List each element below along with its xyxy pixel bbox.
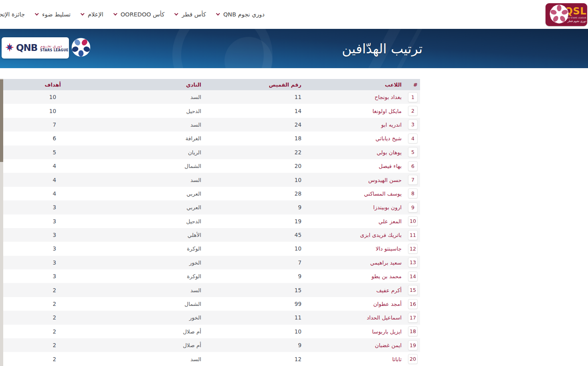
chevron-down-icon: [113, 11, 117, 15]
club-cell: العربي: [63, 187, 204, 200]
header-shirt: رقم القميص: [204, 79, 304, 90]
chevron-down-icon: [35, 11, 39, 15]
table-row: 10المعز علي19الدحيل3: [3, 214, 420, 228]
goals-cell: 3: [3, 228, 63, 242]
player-name-cell: ارون بوبيندزا: [304, 200, 404, 214]
table-header: # اللاعب رقم القميص النادي أهداف: [3, 79, 420, 90]
qnb-stars-league-logo[interactable]: QNB دوري نجــوم STARS LEAGUE: [2, 37, 69, 59]
table-row: 2مايكل اولونغا14الدحيل10: [3, 104, 420, 117]
menu-item-label: دوري نجوم QNB: [223, 11, 265, 18]
player-name-cell: تاباتا: [304, 352, 404, 366]
menu-item-label: كأس OOREDOO: [121, 11, 165, 18]
table-row: 17اسماعيل الحداد11الخور2: [3, 311, 420, 324]
player-name-cell: سعيد براهيمي: [304, 256, 404, 269]
rank-cell: 8: [404, 187, 420, 200]
table-scrollbar[interactable]: [0, 79, 3, 366]
club-cell: الشمال: [63, 297, 204, 311]
rank-cell: 14: [404, 269, 420, 283]
rank-cell: 2: [404, 104, 420, 117]
top-scorers-tbody: 1بغداد بونجاح11السد102مايكل اولونغا14الد…: [3, 90, 420, 366]
shirt-number-cell: 15: [204, 283, 304, 297]
table-row: 7حسن الهيدوس10السد4: [3, 173, 420, 186]
goals-cell: 6: [3, 131, 63, 145]
table-row: 1بغداد بونجاح11السد10: [3, 90, 420, 104]
rank-cell: 19: [404, 338, 420, 352]
rank-badge: 12: [408, 244, 418, 254]
rank-cell: 9: [404, 200, 420, 214]
rank-badge: 8: [408, 188, 418, 198]
rank-cell: 7: [404, 173, 420, 186]
table-row: 19ايمن غضبان9أم صلال2: [3, 338, 420, 352]
rank-cell: 10: [404, 214, 420, 228]
rank-badge: 19: [408, 340, 418, 350]
rank-badge: 17: [408, 313, 418, 323]
rank-badge: 5: [408, 147, 418, 157]
menu-item-5[interactable]: جائزة الإتحاد القطري لكرة القدم: [0, 11, 25, 18]
shirt-number-cell: 9: [204, 200, 304, 214]
table-row: 14محمد بن يطو9الوكرة3: [3, 269, 420, 283]
rank-cell: 13: [404, 256, 420, 269]
player-name-cell: يوهان بولي: [304, 146, 404, 159]
goals-cell: 10: [3, 104, 63, 117]
table-row: 20تاباتا12السد2: [3, 352, 420, 366]
menu-item-2[interactable]: كأس OOREDOO: [114, 11, 165, 18]
club-cell: العربي: [63, 200, 204, 214]
menu-item-label: كأس قطر: [182, 11, 206, 18]
header-player: اللاعب: [304, 79, 404, 90]
chevron-down-icon: [216, 11, 220, 15]
page: { "nav": { "items": [ { "label": "دوري ن…: [0, 0, 588, 366]
club-cell: الخور: [63, 311, 204, 324]
goals-cell: 3: [3, 242, 63, 255]
menu-item-label: جائزة الإتحاد القطري لكرة القدم: [0, 11, 25, 18]
top-scorers-table: # اللاعب رقم القميص النادي أهداف 1بغداد …: [3, 79, 420, 366]
shirt-number-cell: 10: [204, 173, 304, 186]
club-cell: الدحيل: [63, 104, 204, 117]
player-name-cell: ايمن غضبان: [304, 338, 404, 352]
menu-item-3[interactable]: الإعلام: [81, 11, 103, 18]
rank-badge: 11: [408, 230, 418, 240]
club-cell: الغرافة: [63, 131, 204, 145]
club-cell: أم صلال: [63, 325, 204, 338]
rank-badge: 6: [408, 161, 418, 171]
menu-item-0[interactable]: دوري نجوم QNB: [217, 11, 265, 18]
header-club: النادي: [63, 79, 204, 90]
goals-cell: 2: [3, 352, 63, 366]
rank-cell: 3: [404, 118, 420, 131]
qsl-logo[interactable]: QSL QATAR STARS LEAGUE دوري نجوم قطر: [546, 3, 587, 26]
shirt-number-cell: 19: [204, 214, 304, 228]
rank-cell: 17: [404, 311, 420, 324]
goals-cell: 4: [3, 159, 63, 173]
goals-cell: 2: [3, 283, 63, 297]
player-name-cell: بغداد بونجاح: [304, 90, 404, 104]
shirt-number-cell: 11: [204, 90, 304, 104]
club-cell: أم صلال: [63, 338, 204, 352]
menu-item-4[interactable]: تسليط ضوء: [36, 11, 71, 18]
goals-cell: 2: [3, 325, 63, 338]
shirt-number-cell: 9: [204, 269, 304, 283]
menu-item-1[interactable]: كأس قطر: [175, 11, 206, 18]
rank-cell: 6: [404, 159, 420, 173]
shirt-number-cell: 11: [204, 311, 304, 324]
player-name-cell: أكرم عفيف: [304, 283, 404, 297]
rank-badge: 10: [408, 216, 418, 226]
page-title: ترتيب الهدّافين: [342, 41, 422, 57]
rank-cell: 11: [404, 228, 420, 242]
shirt-number-cell: 24: [204, 118, 304, 131]
stars-league-emblem-icon: [71, 38, 91, 59]
player-name-cell: يوسف المساكني: [304, 187, 404, 200]
qsl-logo-name-en: QATAR STARS LEAGUE: [570, 17, 586, 19]
rank-cell: 20: [404, 352, 420, 366]
rank-badge: 2: [408, 106, 418, 116]
table-scrollbar-thumb[interactable]: [0, 79, 3, 162]
shirt-number-cell: 22: [204, 146, 304, 159]
rank-cell: 12: [404, 242, 420, 255]
table-row: 9ارون بوبيندزا9العربي3: [3, 200, 420, 214]
goals-cell: 4: [3, 173, 63, 186]
table-row: 8يوسف المساكني28العربي4: [3, 187, 420, 200]
qnb-logo-wordmark: QNB: [16, 43, 37, 53]
page-banner: ترتيب الهدّافين QNB دوري نجــوم STARS LE…: [0, 29, 588, 68]
table-row: 5يوهان بولي22الريان5: [3, 146, 420, 159]
shirt-number-cell: 7: [204, 256, 304, 269]
rank-badge: 7: [408, 175, 418, 185]
goals-cell: 5: [3, 146, 63, 159]
